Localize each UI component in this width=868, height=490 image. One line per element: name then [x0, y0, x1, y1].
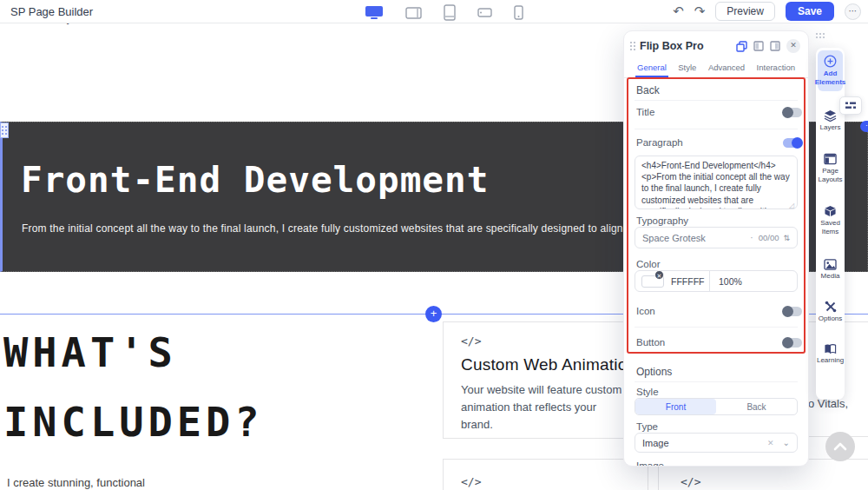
canvas-text-fragment-bottom[interactable]: I create stunning, functional	[7, 476, 145, 489]
media-image-icon	[824, 259, 837, 270]
card-title[interactable]: Custom Web Animation	[461, 355, 636, 374]
icon-toggle[interactable]	[783, 307, 802, 316]
card-description[interactable]: Your website will feature custom animati…	[461, 381, 630, 434]
add-row-button[interactable]: +	[425, 306, 442, 322]
sidebar-item-add-elements[interactable]: Add Elements	[818, 50, 843, 91]
icon-toggle-label: Icon	[636, 306, 655, 316]
typography-label: Typography	[636, 215, 688, 226]
tablet-portrait-icon[interactable]	[444, 4, 456, 21]
tab-general[interactable]: General	[635, 59, 668, 77]
font-size-counter[interactable]: 00/00	[759, 233, 779, 242]
style-back-option[interactable]: Back	[716, 399, 797, 414]
type-selected-value: Image	[642, 438, 767, 448]
divider	[635, 100, 798, 101]
code-icon: </>	[461, 334, 481, 348]
section-drag-handle[interactable]	[0, 122, 9, 138]
tab-advanced[interactable]: Advanced	[707, 59, 746, 77]
app-title: SP Page Builder	[10, 5, 93, 18]
tablet-landscape-icon[interactable]	[405, 7, 422, 19]
scroll-to-top-button[interactable]	[825, 432, 855, 461]
sidebar-item-label: Learning	[817, 356, 844, 365]
feature-card-bottom-left[interactable]: </>	[443, 459, 648, 490]
sidebar-item-label: Layers	[819, 123, 840, 132]
typography-input[interactable]: Space Grotesk · 00/00 ⇅	[635, 227, 798, 248]
tab-style[interactable]: Style	[676, 59, 698, 77]
code-icon: </>	[681, 475, 700, 488]
dock-right-icon[interactable]	[770, 41, 780, 51]
clear-color-icon[interactable]: ✕	[654, 270, 664, 280]
desktop-device-icon[interactable]	[365, 5, 384, 20]
close-icon[interactable]: ✕	[786, 39, 800, 53]
panel-tabs: General Style Advanced Interaction	[624, 57, 808, 78]
flip-box-pro-panel: Flip Box Pro ✕ General Style Advanced In…	[623, 30, 809, 467]
whats-included-heading[interactable]: WHAT'S INCLUDED?	[3, 318, 264, 457]
code-icon: </>	[461, 475, 481, 488]
sidebar-item-label: Add Elements	[815, 70, 846, 87]
divider	[635, 327, 798, 328]
sidebar-item-options[interactable]: Options	[818, 296, 843, 328]
mobile-landscape-icon[interactable]	[477, 8, 492, 17]
options-section-label: Options	[636, 366, 672, 378]
heading-line-2: INCLUDED?	[3, 398, 264, 446]
hero-title[interactable]: Front-End Development	[21, 159, 489, 201]
device-preview-switcher	[365, 4, 523, 21]
separator-dot: ·	[750, 233, 753, 242]
clear-select-icon[interactable]: ✕	[767, 439, 774, 447]
mobile-portrait-icon[interactable]	[514, 5, 523, 20]
sidebar-item-label: Saved Items	[818, 219, 843, 236]
list-icon	[845, 101, 857, 110]
chevron-down-icon[interactable]: ⌄	[783, 438, 790, 447]
sidebar-item-saved-items[interactable]: Saved Items	[818, 201, 843, 241]
panel-drag-handle-icon[interactable]	[630, 42, 632, 43]
top-toolbar: SP Page Builder ↶ ↷ Preview Save ⋯	[0, 0, 868, 23]
sidebar-item-label: Page Layouts	[818, 167, 843, 184]
feature-card-animation[interactable]: </> Custom Web Animation Your website wi…	[443, 321, 648, 439]
sidebar-item-label: Media	[821, 272, 840, 281]
divider	[635, 381, 798, 382]
paragraph-toggle[interactable]	[783, 138, 802, 148]
sidebar-item-label: Options	[819, 315, 843, 323]
color-opacity-value[interactable]: 100%	[710, 276, 742, 287]
saved-box-icon	[824, 205, 837, 217]
undo-icon[interactable]: ↶	[673, 2, 684, 21]
paragraph-toggle-label: Paragraph	[636, 137, 683, 148]
hero-paragraph[interactable]: From the initial concept all the way to …	[22, 222, 705, 235]
tools-icon	[825, 301, 837, 313]
sidebar-item-media[interactable]: Media	[818, 255, 843, 285]
color-input[interactable]: ✕ FFFFFF 100%	[635, 270, 798, 292]
page-layout-icon	[824, 153, 837, 165]
divider	[635, 129, 798, 129]
panel-title: Flip Box Pro	[640, 40, 730, 52]
redo-icon[interactable]: ↷	[694, 2, 706, 21]
quick-list-button[interactable]	[839, 96, 862, 115]
sidebar-item-learning[interactable]: Learning	[818, 339, 843, 369]
duplicate-icon[interactable]	[736, 41, 747, 52]
sidebar-item-page-layouts[interactable]: Page Layouts	[818, 149, 843, 189]
title-toggle[interactable]	[783, 108, 802, 117]
font-name-value[interactable]: Space Grotesk	[642, 233, 750, 243]
title-toggle-label: Title	[636, 107, 654, 117]
image-label: Image	[636, 460, 664, 467]
color-hex-value[interactable]: FFFFFF	[671, 276, 704, 287]
section-options-pill[interactable]: ⋯	[860, 121, 868, 132]
font-stepper-icon[interactable]: ⇅	[783, 234, 790, 242]
tab-interaction[interactable]: Interaction	[755, 59, 797, 77]
preview-button[interactable]: Preview	[715, 2, 775, 21]
more-options-button[interactable]: ⋯	[845, 3, 861, 20]
heading-line-1: WHAT'S	[3, 328, 177, 376]
button-toggle[interactable]	[783, 338, 802, 348]
paragraph-html-textarea[interactable]: <h4>Front-End Development</h4> <p>From t…	[635, 156, 798, 209]
style-front-option[interactable]: Front	[635, 399, 716, 414]
chevron-up-icon	[832, 441, 848, 452]
style-label: Style	[636, 387, 659, 397]
type-select[interactable]: Image ✕ ⌄	[635, 433, 798, 453]
type-label: Type	[636, 421, 658, 432]
color-label: Color	[636, 259, 660, 269]
sidebar-drag-handle-icon[interactable]	[823, 33, 825, 35]
style-segmented-control: Front Back	[635, 398, 798, 415]
back-section-label: Back	[636, 84, 660, 96]
dock-left-icon[interactable]	[753, 41, 764, 51]
book-icon	[824, 343, 837, 354]
add-circle-icon	[824, 55, 837, 68]
save-button[interactable]: Save	[786, 2, 834, 21]
